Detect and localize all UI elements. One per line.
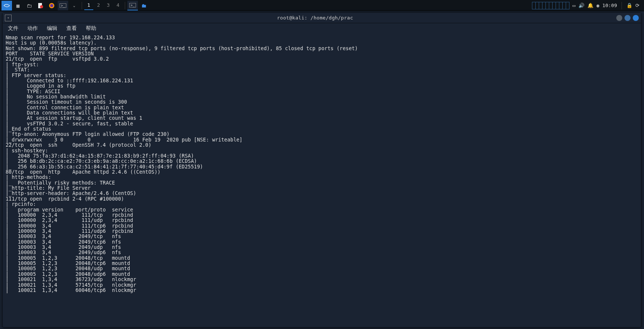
- display-icon[interactable]: ▭: [572, 3, 575, 8]
- dropdown-icon[interactable]: ⌄: [69, 1, 79, 10]
- close-button[interactable]: [633, 15, 639, 21]
- cpu-graph-icon[interactable]: [532, 2, 569, 9]
- volume-icon[interactable]: 🔊: [578, 3, 584, 8]
- titlebar[interactable]: ▾ root@kali: /home/dgh/prac: [3, 13, 641, 23]
- running-terminal-icon[interactable]: >_: [127, 1, 138, 10]
- clock[interactable]: 10:09: [602, 3, 617, 8]
- notifications-icon[interactable]: 🔔: [587, 3, 593, 8]
- menu-file[interactable]: 文件: [6, 24, 21, 33]
- maximize-button[interactable]: [625, 15, 631, 21]
- terminal-window: ▾ root@kali: /home/dgh/prac 文件 动作 编辑 查看 …: [2, 12, 641, 328]
- window-title: root@kali: /home/dgh/prac: [14, 15, 616, 21]
- power-icon[interactable]: ◉: [596, 3, 599, 8]
- workspace-3[interactable]: 3: [104, 1, 113, 10]
- taskbar: ▦ 🗀 >_ ⌄ 1 2 3 4 >_ 🖿 ▭ 🔊 🔔 ◉ 10:09 🔒 ⟳: [0, 0, 644, 11]
- menu-help[interactable]: 帮助: [84, 24, 99, 33]
- terminal-output[interactable]: Nmap scan report for 192.168.224.133 Hos…: [3, 34, 641, 327]
- taskbar-left: ▦ 🗀 >_ ⌄ 1 2 3 4 >_ 🖿: [1, 1, 149, 10]
- menu-edit[interactable]: 编辑: [45, 24, 60, 33]
- svg-point-1: [40, 5, 43, 8]
- running-filemanager-icon[interactable]: 🖿: [139, 1, 149, 10]
- terminal-icon[interactable]: >_: [58, 1, 68, 10]
- workspace-1[interactable]: 1: [84, 1, 93, 10]
- svg-point-3: [50, 4, 53, 7]
- kali-logo-icon[interactable]: [1, 1, 12, 10]
- menubar: 文件 动作 编辑 查看 帮助: [3, 23, 641, 34]
- separator-icon: [622, 2, 622, 9]
- separator-icon: [82, 2, 82, 9]
- separator-icon: [125, 2, 125, 9]
- file-manager-icon[interactable]: 🗀: [24, 1, 34, 10]
- menu-actions[interactable]: 动作: [25, 24, 40, 33]
- refresh-icon[interactable]: ⟳: [635, 3, 640, 8]
- text-editor-icon[interactable]: [35, 1, 46, 10]
- firefox-icon[interactable]: [46, 1, 57, 10]
- minimize-button[interactable]: [616, 15, 622, 21]
- window-menu-icon[interactable]: ▾: [5, 15, 12, 21]
- lock-icon[interactable]: 🔒: [626, 3, 632, 8]
- menu-view[interactable]: 查看: [64, 24, 79, 33]
- app-launcher-icon[interactable]: ▦: [13, 1, 23, 10]
- taskbar-right: ▭ 🔊 🔔 ◉ 10:09 🔒 ⟳: [532, 2, 643, 9]
- workspace-4[interactable]: 4: [114, 1, 123, 10]
- workspace-2[interactable]: 2: [94, 1, 103, 10]
- window-controls: [616, 15, 639, 21]
